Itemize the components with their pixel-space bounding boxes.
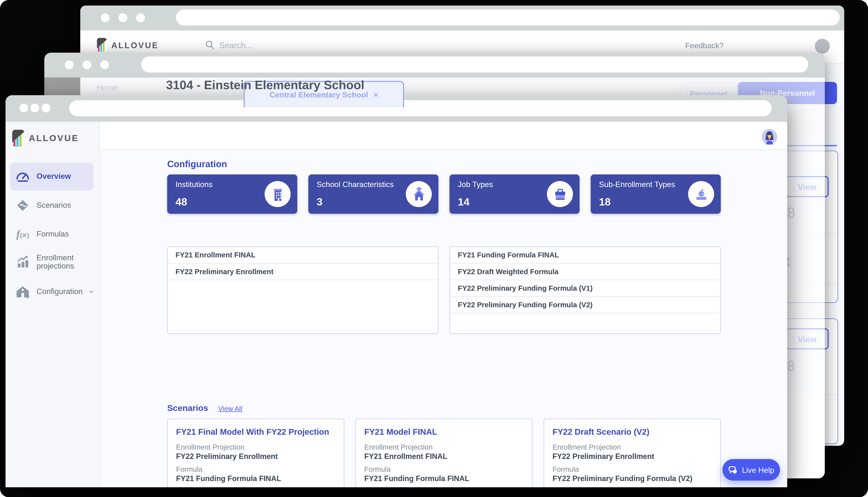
scenario-card[interactable]: FY21 Final Model With FY22 Projection En… [167, 418, 344, 487]
configuration-section-title: Configuration [167, 159, 227, 169]
global-search[interactable]: Search... [205, 40, 252, 50]
overview-main: Configuration Institutions 48 [100, 150, 787, 487]
card-value: 18 [599, 196, 611, 208]
live-help-label: Live Help [742, 465, 774, 474]
list-item[interactable]: FY22 Preliminary Funding Formula (V2) [450, 297, 720, 313]
apple-book-icon [688, 181, 714, 207]
list-item[interactable]: FY22 Preliminary Funding Formula (V1) [450, 280, 720, 297]
sidebar-item-scenarios[interactable]: Scenarios [10, 191, 93, 219]
card-label: Job Types [458, 180, 493, 189]
address-bar[interactable] [176, 9, 840, 26]
chevron-down-icon [89, 290, 94, 294]
address-bar[interactable] [69, 100, 772, 116]
window-control-close-icon[interactable] [19, 103, 28, 112]
card-value: 14 [458, 196, 469, 208]
sidebar-item-label: Enrollment projections [37, 254, 94, 270]
user-avatar[interactable] [762, 129, 777, 145]
projection-value: FY22 Preliminary Enrollment [552, 452, 712, 460]
school-gear-icon: ⚙ [15, 285, 30, 298]
app-header [100, 122, 787, 150]
window-control-minimize-icon[interactable] [83, 60, 91, 69]
sidebar-item-label: Formulas [37, 230, 69, 238]
brand-name: ALLOVUE [29, 133, 79, 143]
brand-name: ALLOVUE [111, 40, 159, 49]
scenario-card[interactable]: FY22 Draft Scenario (V2) Enrollment Proj… [544, 418, 721, 487]
scenario-card[interactable]: FY21 Model FINAL Enrollment Projection F… [356, 418, 533, 487]
window-control-zoom-icon[interactable] [42, 103, 50, 112]
window-control-close-icon[interactable] [65, 60, 74, 69]
institutions-card[interactable]: Institutions 48 [167, 174, 297, 214]
window-control-zoom-icon[interactable] [100, 60, 109, 69]
building-icon [264, 181, 291, 207]
window-control-zoom-icon[interactable] [136, 13, 145, 22]
formula-label: Formula [552, 465, 712, 473]
tab-close-icon[interactable]: × [374, 90, 378, 99]
job-types-card[interactable]: Job Types 14 [449, 174, 580, 214]
view-all-link[interactable]: View All [218, 405, 243, 412]
sidebar-item-enrollment-projections[interactable]: Enrollment projections [10, 248, 93, 276]
window-front: ALLOVUE Overview [5, 95, 787, 487]
window-control-close-icon[interactable] [101, 13, 110, 22]
window-titlebar [44, 53, 825, 77]
window-titlebar [80, 5, 844, 30]
search-icon [205, 40, 215, 50]
chat-icon [728, 465, 738, 474]
screenshot-frame: ALLOVUE Search... Feedback? Home Central… [0, 0, 868, 497]
projection-label: Enrollment Projection [176, 443, 335, 451]
formula-label: Formula [176, 465, 335, 473]
scenarios-section-head: Scenarios View All [167, 403, 242, 413]
enrollment-projections-panel: FY21 Enrollment FINAL FY22 Preliminary E… [167, 246, 438, 334]
sidebar-item-label: Configuration [37, 288, 83, 296]
card-label: Institutions [175, 180, 213, 189]
sidebar-item-label: Scenarios [37, 201, 71, 210]
allovue-logo: ALLOVUE [97, 38, 159, 52]
projection-value: FY21 Enrollment FINAL [364, 452, 524, 460]
list-item[interactable]: FY22 Draft Weighted Formula [450, 264, 720, 280]
projection-label: Enrollment Projection [364, 443, 524, 451]
allovue-logo-icon [97, 38, 107, 52]
live-help-button[interactable]: Live Help [722, 459, 780, 481]
card-value: 48 [175, 196, 187, 208]
section-title: Scenarios [167, 403, 208, 413]
window-control-minimize-icon[interactable] [30, 103, 39, 112]
projection-label: Enrollment Projection [552, 443, 712, 451]
formula-value: FY22 Preliminary Funding Formula (V2) [552, 474, 712, 483]
formula-value: FY21 Funding Formula FINAL [364, 474, 524, 483]
sidebar: ALLOVUE Overview [5, 122, 100, 487]
window-control-minimize-icon[interactable] [118, 13, 127, 22]
address-bar[interactable] [141, 56, 808, 73]
briefcase-icon [547, 181, 573, 207]
scenario-title: FY21 Final Model With FY22 Projection [176, 427, 335, 436]
sidebar-item-formulas[interactable]: f(✕) Formulas [10, 221, 93, 248]
sidebar-item-label: Overview [37, 172, 71, 181]
user-avatar[interactable] [815, 39, 830, 54]
list-item[interactable]: FY22 Preliminary Enrollment [168, 264, 438, 280]
bar-chart-icon [15, 255, 30, 269]
list-item[interactable]: FY21 Funding Formula FINAL [450, 247, 720, 264]
sub-enrollment-types-card[interactable]: Sub-Enrollment Types 18 [591, 174, 721, 214]
formula-value: FY21 Funding Formula FINAL [176, 474, 335, 483]
feedback-link[interactable]: Feedback? [685, 41, 723, 50]
formulas-panel: FY21 Funding Formula FINAL FY22 Draft We… [449, 246, 721, 334]
formulas-icon: f(✕) [15, 228, 30, 240]
allovue-logo-icon [12, 129, 25, 147]
card-value: 3 [317, 196, 322, 208]
scenario-title: FY21 Model FINAL [364, 427, 524, 436]
list-item[interactable]: FY21 Enrollment FINAL [168, 247, 438, 264]
sidebar-item-configuration[interactable]: ⚙ Configuration [10, 278, 93, 306]
schoolhouse-icon [406, 181, 432, 207]
card-label: Sub-Enrollment Types [599, 180, 675, 189]
projection-value: FY22 Preliminary Enrollment [176, 452, 335, 460]
scenario-title: FY22 Draft Scenario (V2) [552, 427, 712, 436]
gauge-icon [15, 170, 30, 183]
allovue-logo: ALLOVUE [12, 129, 79, 147]
sidebar-item-overview[interactable]: Overview [10, 163, 93, 190]
search-placeholder: Search... [219, 40, 252, 49]
formula-label: Formula [364, 465, 524, 473]
scenarios-icon [15, 199, 30, 212]
card-label: School Characteristics [317, 180, 394, 189]
page-title: 3104 - Einstein Elementary School [166, 78, 364, 93]
school-characteristics-card[interactable]: School Characteristics 3 [308, 174, 438, 214]
svg-text:⚙: ⚙ [25, 294, 30, 298]
